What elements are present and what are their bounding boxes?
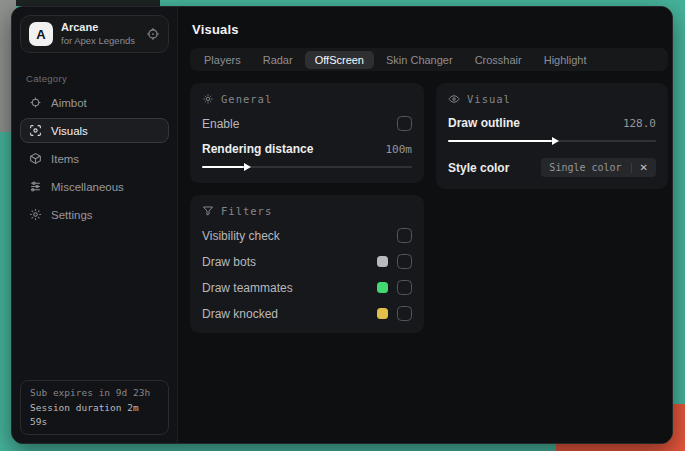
draw-teammates-label: Draw teammates [202, 281, 293, 295]
sidebar-item-items[interactable]: Items [20, 146, 169, 171]
panels-area: General Enable Rendering distance 100m [178, 71, 673, 345]
draw-bots-row: Draw bots [202, 254, 412, 269]
sidebar-spacer [12, 229, 177, 372]
tab-bar: Players Radar OffScreen Skin Changer Cro… [190, 48, 668, 71]
box-icon [29, 152, 42, 165]
slider-fill [202, 166, 244, 168]
tab-crosshair[interactable]: Crosshair [465, 51, 532, 69]
app-subtitle: for Apex Legends [61, 35, 146, 47]
sidebar-item-visuals[interactable]: Visuals [20, 118, 169, 143]
draw-bots-label: Draw bots [202, 255, 256, 269]
general-panel-title: General [221, 93, 272, 105]
draw-knocked-checkbox[interactable] [397, 306, 412, 321]
filters-panel-header: Filters [202, 205, 412, 217]
sidebar-item-label: Aimbot [51, 97, 87, 109]
draw-outline-value: 128.0 [623, 117, 656, 130]
app-header-card: A Arcane for Apex Legends [20, 15, 169, 53]
right-column: Visual Draw outline 128.0 Style color [436, 83, 668, 189]
enable-row: Enable [202, 116, 412, 131]
rendering-distance-row: Rendering distance 100m [202, 142, 412, 156]
target-icon[interactable] [146, 27, 160, 41]
style-color-row: Style color Single color ✕ [448, 158, 656, 177]
filters-panel: Filters Visibility check Draw bots [190, 195, 424, 333]
draw-outline-slider[interactable] [448, 137, 656, 145]
sidebar-item-label: Miscellaneous [51, 181, 124, 193]
page-title: Visuals [192, 22, 673, 37]
sidebar: A Arcane for Apex Legends Category [12, 7, 178, 443]
visual-panel: Visual Draw outline 128.0 Style color [436, 83, 668, 189]
enable-checkbox[interactable] [397, 116, 412, 131]
tab-skin-changer[interactable]: Skin Changer [376, 51, 463, 69]
visibility-check-row: Visibility check [202, 228, 412, 243]
rendering-distance-value: 100m [386, 143, 413, 156]
eye-icon [448, 93, 460, 105]
main-content: Visuals Players Radar OffScreen Skin Cha… [178, 7, 673, 443]
funnel-icon [202, 205, 214, 217]
draw-outline-label: Draw outline [448, 116, 520, 130]
draw-teammates-row: Draw teammates [202, 280, 412, 295]
category-label: Category [26, 73, 177, 84]
draw-bots-color-swatch[interactable] [377, 256, 388, 267]
rendering-distance-slider[interactable] [202, 163, 412, 171]
style-color-label: Style color [448, 161, 509, 175]
visibility-check-checkbox[interactable] [397, 228, 412, 243]
draw-knocked-row: Draw knocked [202, 306, 412, 321]
style-color-value: Single color [549, 162, 621, 173]
sidebar-item-settings[interactable]: Settings [20, 202, 169, 227]
draw-knocked-color-swatch[interactable] [377, 308, 388, 319]
sidebar-item-label: Visuals [51, 125, 88, 137]
eye-scan-icon [29, 124, 42, 137]
rendering-distance-label: Rendering distance [202, 142, 313, 156]
draw-outline-row: Draw outline 128.0 [448, 116, 656, 130]
visibility-check-label: Visibility check [202, 229, 280, 243]
sidebar-item-miscellaneous[interactable]: Miscellaneous [20, 174, 169, 199]
app-names: Arcane for Apex Legends [61, 21, 146, 47]
style-color-select[interactable]: Single color ✕ [541, 158, 656, 177]
sidebar-nav: Aimbot Visuals [12, 88, 177, 229]
sidebar-item-label: Items [51, 153, 79, 165]
desktop-background: A Arcane for Apex Legends Category [0, 0, 685, 451]
tab-players[interactable]: Players [194, 51, 251, 69]
tab-highlight[interactable]: Highlight [534, 51, 597, 69]
general-panel-header: General [202, 93, 412, 105]
draw-teammates-checkbox[interactable] [397, 280, 412, 295]
slider-fill [448, 140, 552, 142]
visual-panel-header: Visual [448, 93, 656, 105]
sliders-icon [29, 180, 42, 193]
draw-knocked-label: Draw knocked [202, 307, 278, 321]
session-duration-text: Session duration 2m 59s [30, 401, 159, 430]
enable-label: Enable [202, 117, 239, 131]
sidebar-item-label: Settings [51, 209, 93, 221]
visual-panel-title: Visual [467, 93, 511, 105]
draw-teammates-color-swatch[interactable] [377, 282, 388, 293]
tab-radar[interactable]: Radar [253, 51, 303, 69]
sidebar-item-aimbot[interactable]: Aimbot [20, 90, 169, 115]
left-column: General Enable Rendering distance 100m [190, 83, 424, 333]
app-name: Arcane [61, 21, 146, 35]
bolt-nut-icon [202, 93, 214, 105]
general-panel: General Enable Rendering distance 100m [190, 83, 424, 183]
tab-offscreen[interactable]: OffScreen [305, 51, 374, 69]
app-window: A Arcane for Apex Legends Category [11, 6, 673, 444]
gear-icon [29, 208, 42, 221]
sub-expires-text: Sub expires in 9d 23h [30, 386, 159, 400]
crosshair-icon [29, 96, 42, 109]
subscription-card: Sub expires in 9d 23h Session duration 2… [20, 380, 169, 435]
close-icon[interactable]: ✕ [631, 163, 648, 173]
draw-bots-checkbox[interactable] [397, 254, 412, 269]
filters-panel-title: Filters [221, 205, 272, 217]
app-logo: A [29, 22, 53, 46]
